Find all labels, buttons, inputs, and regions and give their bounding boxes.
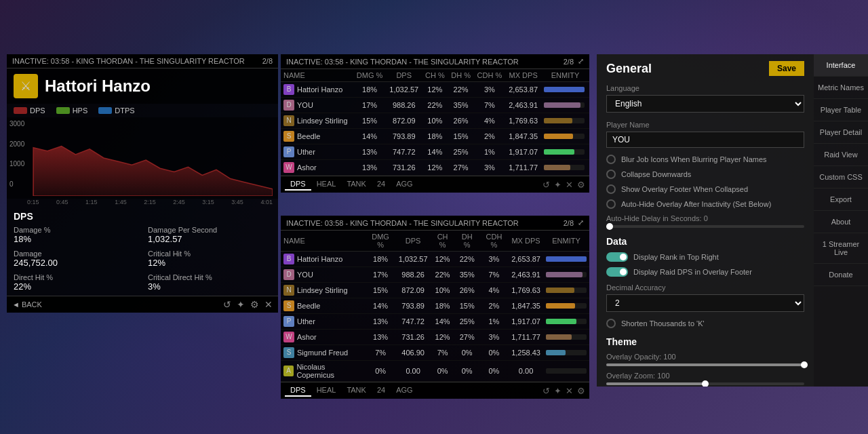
decimal-accuracy-select[interactable]: 2 0 1 3 (606, 294, 804, 312)
save-button[interactable]: Save (769, 61, 804, 76)
expand-icon[interactable]: ⤢ (578, 218, 584, 227)
player-cell: W Ashor (281, 330, 365, 345)
sidebar-item-raid-view[interactable]: Raid View (814, 144, 868, 166)
player-name-input[interactable] (606, 132, 804, 148)
cdh-val: 2% (474, 129, 506, 144)
ch-val: 0% (431, 361, 455, 382)
tab-dps[interactable]: DPS (285, 384, 311, 397)
stats-section: DPS Damage % 18% Damage Per Second 1,032… (7, 207, 278, 296)
tab-tank[interactable]: TANK (341, 384, 372, 397)
language-select[interactable]: English (606, 95, 804, 113)
opacity-slider-track[interactable] (606, 363, 804, 366)
enmity-bar (546, 334, 587, 340)
gear-icon[interactable]: ⚙ (577, 386, 585, 396)
stat-dps-value: 1,032.57 (148, 234, 271, 244)
close-icon[interactable]: ✕ (264, 299, 273, 310)
ch-val: 12% (431, 330, 455, 345)
tab-heal[interactable]: HEAL (311, 178, 342, 191)
display-raid-dps-toggle[interactable] (606, 267, 628, 277)
tab-agg[interactable]: AGG (391, 178, 418, 191)
table-row[interactable]: B Hattori Hanzo 18% 1,032.57 12% 22% 3% … (281, 82, 589, 98)
sidebar-item-streamer-live[interactable]: 1 Streamer Live (814, 233, 868, 264)
enmity-bar (544, 134, 585, 139)
tab-tank[interactable]: TANK (341, 178, 372, 191)
back-button[interactable]: ◄ BACK (12, 300, 42, 309)
dps-val: 1,032.57 (386, 82, 422, 98)
table-row[interactable]: S Beedle 14% 793.89 18% 15% 2% 1,847.35 (281, 129, 589, 144)
table-row[interactable]: P Uther 13% 747.72 14% 25% 1% 1,917.07 (281, 144, 589, 160)
refresh-icon[interactable]: ↺ (223, 299, 231, 310)
cdh-val: 3% (479, 252, 509, 267)
opacity-slider-thumb[interactable] (801, 361, 808, 368)
theme-section-title: Theme (597, 331, 814, 350)
display-rank-toggle[interactable] (606, 252, 628, 262)
col-mxdps: MX DPS (509, 231, 543, 252)
sidebar-item-about[interactable]: About (814, 211, 868, 233)
enmity-cell (541, 129, 589, 144)
top-panel-header: INACTIVE: 03:58 - KING THORDAN - THE SIN… (281, 54, 589, 69)
table-row[interactable]: B Hattori Hanzo 18% 1,032.57 12% 22% 3% … (281, 252, 589, 267)
col-mxdps: MX DPS (505, 69, 541, 82)
refresh-icon[interactable]: ↺ (542, 386, 550, 396)
tab-bar-icons: ↺ ✦ ✕ ⚙ (542, 178, 585, 191)
ch-val: 10% (431, 283, 455, 298)
auto-hide-row: Auto-Hide Overlay After Inactivity (Set … (597, 197, 814, 212)
star-icon[interactable]: ✦ (554, 386, 561, 396)
sidebar-item-custom-css[interactable]: Custom CSS (814, 166, 868, 189)
dps-val: 406.90 (396, 345, 431, 361)
dh-val: 27% (455, 330, 479, 345)
sidebar-item-player-detail[interactable]: Player Detail (814, 121, 868, 144)
table-row[interactable]: N Lindsey Stirling 15% 872.09 10% 26% 4%… (281, 113, 589, 129)
table-row[interactable]: S Beedle 14% 793.89 18% 15% 2% 1,847.35 (281, 298, 589, 314)
sidebar-item-donate[interactable]: Donate (814, 264, 868, 286)
close-icon[interactable]: ✕ (566, 180, 573, 190)
tab-dps[interactable]: DPS (285, 178, 311, 191)
job-icon: S (283, 347, 294, 358)
table-row[interactable]: D YOU 17% 988.26 22% 35% 7% 2,463.91 (281, 98, 589, 113)
auto-hide-checkbox[interactable] (606, 199, 616, 209)
dps-val: 793.89 (396, 298, 431, 314)
zoom-slider-track[interactable] (606, 382, 804, 385)
table-row[interactable]: N Lindsey Stirling 15% 872.09 10% 26% 4%… (281, 283, 589, 298)
table-row[interactable]: S Sigmund Freud 7% 406.90 7% 0% 0% 1,258… (281, 345, 589, 361)
display-raid-dps-label: Display Raid DPS in Overlay Footer (633, 268, 752, 276)
blur-job-icons-checkbox[interactable] (606, 155, 616, 164)
table-row[interactable]: W Ashor 13% 731.26 12% 27% 3% 1,711.77 (281, 330, 589, 345)
dmg-pct: 14% (365, 298, 395, 314)
tab-24[interactable]: 24 (372, 178, 391, 191)
player-name: Ashor (297, 333, 317, 341)
ch-val: 10% (422, 113, 448, 129)
job-icon: S (283, 131, 294, 142)
sidebar-item-metric-names[interactable]: Metric Names (814, 77, 868, 99)
enmity-cell (543, 283, 589, 298)
player-name: Beedle (297, 132, 320, 140)
settings-icon[interactable]: ✦ (237, 299, 245, 310)
gear-icon[interactable]: ⚙ (577, 180, 585, 190)
sidebar-item-interface[interactable]: Interface (814, 54, 868, 77)
mxdps-val: 1,847.35 (509, 298, 543, 314)
sidebar-item-export[interactable]: Export (814, 189, 868, 211)
tab-agg[interactable]: AGG (391, 384, 418, 397)
expand-icon[interactable]: ⤢ (578, 57, 584, 66)
table-row[interactable]: P Uther 13% 747.72 14% 25% 1% 1,917.07 (281, 314, 589, 330)
auto-hide-slider-track[interactable] (606, 225, 804, 228)
zoom-slider-thumb[interactable] (702, 380, 709, 387)
table-row[interactable]: D YOU 17% 988.26 22% 35% 7% 2,463.91 (281, 267, 589, 283)
table-row[interactable]: W Ashor 13% 731.26 12% 27% 3% 1,711.77 (281, 160, 589, 176)
shorten-thousands-checkbox[interactable] (606, 319, 616, 328)
show-footer-checkbox[interactable] (606, 184, 616, 194)
cdh-val: 0% (479, 361, 509, 382)
refresh-icon[interactable]: ↺ (542, 180, 550, 190)
tab-24[interactable]: 24 (372, 384, 391, 397)
table-row[interactable]: A Nicolaus Copernicus 0% 0.00 0% 0% 0% 0… (281, 361, 589, 382)
star-icon[interactable]: ✦ (554, 180, 561, 190)
dh-val: 26% (455, 283, 479, 298)
tab-heal[interactable]: HEAL (311, 384, 342, 397)
cdh-val: 4% (474, 113, 506, 129)
sidebar-item-player-table[interactable]: Player Table (814, 99, 868, 121)
mxdps-val: 1,917.07 (505, 144, 541, 160)
lock-icon[interactable]: ⚙ (250, 299, 259, 310)
close-icon[interactable]: ✕ (566, 386, 573, 396)
auto-hide-slider-thumb[interactable] (606, 223, 613, 230)
collapse-downwards-checkbox[interactable] (606, 170, 616, 179)
